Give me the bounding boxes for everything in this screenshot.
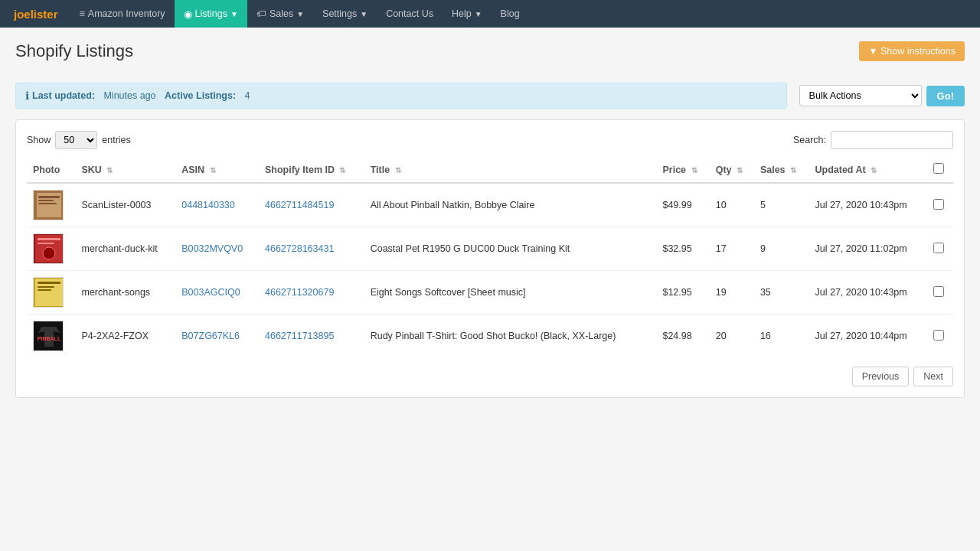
cell-title: Rudy Pinball T-Shirt: Good Shot Bucko! (… — [364, 315, 657, 358]
entries-label: entries — [102, 135, 131, 145]
product-photo — [33, 233, 64, 264]
svg-rect-13 — [38, 286, 54, 288]
col-asin[interactable]: ASIN ⇅ — [175, 157, 259, 183]
go-button[interactable]: Go! — [926, 86, 965, 106]
svg-rect-12 — [38, 282, 60, 284]
page-title: Shopify Listings — [15, 41, 133, 61]
cell-shopify-item-id: 4662728163431 — [259, 227, 364, 271]
status-bulk-row: ℹ Last updated: Minutes ago Active Listi… — [15, 83, 965, 109]
cell-select — [927, 227, 953, 271]
status-bar: ℹ Last updated: Minutes ago Active Listi… — [15, 83, 787, 109]
pagination-row: Previous Next — [27, 367, 953, 386]
col-price[interactable]: Price ⇅ — [656, 157, 709, 183]
col-title-label: Title — [371, 165, 390, 175]
nav-label: Amazon Inventory — [88, 8, 165, 19]
nav-settings[interactable]: Settings ▼ — [313, 0, 377, 28]
nav-label: Settings — [322, 8, 357, 19]
cell-sku: P4-2XA2-FZOX — [75, 315, 175, 358]
table-controls: Show 50 10 25 100 entries Search: — [27, 131, 953, 149]
cell-photo — [27, 271, 75, 315]
shopify-id-link[interactable]: 4662711320679 — [265, 287, 334, 298]
asin-link[interactable]: B003AGCIQ0 — [181, 287, 240, 298]
brand-text: joelister — [14, 8, 58, 21]
svg-rect-14 — [38, 289, 51, 291]
shopify-id-link[interactable]: 4662711713895 — [265, 331, 334, 341]
col-qty[interactable]: Qty ⇅ — [710, 157, 754, 183]
cell-sales: 5 — [754, 183, 809, 227]
table-row: PINBALL P4-2XA2-FZOX B07ZG67KL6 46627117… — [27, 315, 953, 358]
bulk-actions-select[interactable]: Bulk Actions — [799, 85, 922, 106]
dropdown-caret: ▼ — [360, 10, 368, 18]
col-shopify-item-id[interactable]: Shopify Item ID ⇅ — [259, 157, 364, 183]
nav-label: Sales — [270, 8, 293, 19]
cell-qty: 17 — [710, 227, 754, 271]
search-row: Search: — [793, 131, 953, 149]
col-updated-label: Updated At — [815, 165, 865, 175]
sort-icon: ⇅ — [871, 166, 877, 174]
search-input[interactable] — [831, 131, 953, 149]
cell-price: $24.98 — [656, 315, 709, 358]
col-title[interactable]: Title ⇅ — [364, 157, 657, 183]
svg-rect-4 — [38, 203, 57, 204]
cell-photo — [27, 183, 75, 227]
table-header: Photo SKU ⇅ ASIN ⇅ Shopify Item ID ⇅ — [27, 157, 953, 183]
nav-help[interactable]: Help ▼ — [443, 0, 492, 28]
cell-qty: 20 — [710, 315, 754, 358]
row-checkbox[interactable] — [933, 286, 944, 297]
cell-price: $32.95 — [656, 227, 709, 271]
last-updated-value: Minutes ago — [103, 90, 155, 101]
show-label: Show — [27, 135, 51, 145]
navbar: joelister ≡ Amazon Inventory ◉ Listings … — [0, 0, 980, 28]
cell-title: All About Pinball Natkin, Bobbye Claire — [364, 183, 657, 227]
cell-photo — [27, 227, 75, 271]
entries-select[interactable]: 50 10 25 100 — [55, 131, 97, 149]
col-sku[interactable]: SKU ⇅ — [75, 157, 175, 183]
svg-text:PINBALL: PINBALL — [38, 336, 61, 341]
col-price-label: Price — [662, 165, 686, 175]
nav-listings[interactable]: ◉ Listings ▼ — [175, 0, 247, 28]
next-button[interactable]: Next — [913, 367, 953, 386]
bulk-actions-row: Bulk Actions Go! — [799, 85, 965, 106]
shopify-id-link[interactable]: 4662711484519 — [265, 200, 334, 210]
brand-logo[interactable]: joelister — [8, 8, 64, 21]
asin-link[interactable]: B0032MVQV0 — [181, 243, 243, 254]
list-icon: ≡ — [80, 8, 85, 19]
row-checkbox[interactable] — [933, 330, 944, 341]
previous-button[interactable]: Previous — [852, 367, 910, 386]
sort-icon: ⇅ — [395, 166, 401, 174]
sort-icon: ⇅ — [691, 166, 697, 174]
dropdown-caret: ▼ — [230, 10, 238, 18]
col-sku-label: SKU — [81, 165, 101, 175]
page-header-row: Shopify Listings ▼ Show instructions — [15, 41, 965, 72]
row-checkbox[interactable] — [933, 243, 944, 253]
svg-rect-3 — [38, 200, 54, 201]
table-body: ScanLister-0003 0448140330 4662711484519… — [27, 183, 953, 357]
cell-asin: B07ZG67KL6 — [175, 315, 259, 358]
cell-shopify-item-id: 4662711320679 — [259, 271, 364, 315]
nav-label: Help — [452, 8, 472, 19]
product-photo — [33, 190, 64, 220]
asin-link[interactable]: B07ZG67KL6 — [181, 331, 240, 341]
cell-price: $12.95 — [656, 271, 709, 315]
cell-title: Eight Songs Softcover [Sheet music] — [364, 271, 657, 315]
col-updated-at[interactable]: Updated At ⇅ — [808, 157, 926, 183]
row-checkbox[interactable] — [933, 199, 944, 210]
sort-icon: ⇅ — [790, 166, 796, 174]
cell-updated-at: Jul 27, 2020 11:02pm — [808, 227, 926, 271]
asin-link[interactable]: 0448140330 — [181, 200, 235, 210]
nav-label: Listings — [195, 8, 227, 19]
nav-contact-us[interactable]: Contact Us — [377, 0, 443, 28]
nav-amazon-inventory[interactable]: ≡ Amazon Inventory — [70, 0, 175, 28]
show-instructions-button[interactable]: ▼ Show instructions — [859, 41, 965, 61]
select-all-checkbox[interactable] — [933, 163, 944, 174]
cell-updated-at: Jul 27, 2020 10:43pm — [808, 183, 926, 227]
shopify-id-link[interactable]: 4662728163431 — [265, 243, 334, 254]
cell-shopify-item-id: 4662711484519 — [259, 183, 364, 227]
col-sales-label: Sales — [760, 165, 786, 175]
nav-sales[interactable]: 🏷 Sales ▼ — [247, 0, 313, 28]
col-sales[interactable]: Sales ⇅ — [754, 157, 809, 183]
nav-blog[interactable]: Blog — [492, 0, 529, 28]
svg-rect-2 — [38, 196, 60, 198]
sort-icon: ⇅ — [737, 166, 743, 174]
col-select — [927, 157, 953, 183]
